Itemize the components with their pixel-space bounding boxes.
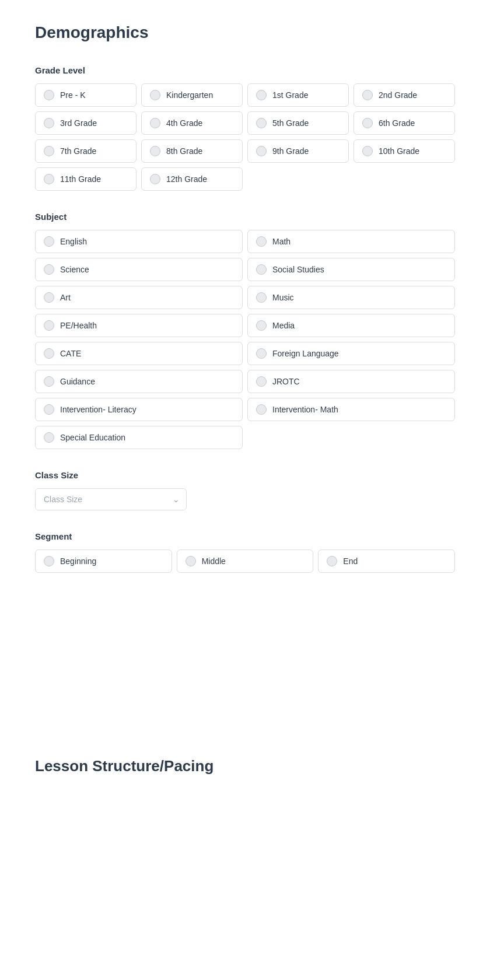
radio-circle [256,118,267,128]
class-size-label: Class Size [35,470,455,480]
radio-circle [256,348,267,359]
subject-option-label: Special Education [60,433,125,442]
subject-option[interactable]: Music [247,286,455,309]
radio-circle [256,376,267,387]
subject-option-label: CATE [60,349,81,358]
subject-option[interactable]: Media [247,314,455,337]
grade-level-option-label: 7th Grade [60,146,96,156]
subject-option-label: Media [272,321,295,330]
radio-circle [44,118,54,128]
grade-level-option[interactable]: 11th Grade [35,167,136,191]
radio-circle [44,236,54,247]
grade-level-option-label: 4th Grade [166,118,202,128]
grade-level-option-label: Kindergarten [166,90,213,100]
radio-circle [44,432,54,443]
subject-option-label: Guidance [60,377,95,386]
segment-section: Segment BeginningMiddleEnd [35,531,455,573]
grade-level-option-label: 11th Grade [60,174,101,184]
subject-option[interactable]: English [35,230,243,253]
radio-circle [256,90,267,100]
grade-level-option[interactable]: 2nd Grade [354,83,455,107]
radio-circle [44,376,54,387]
radio-circle [362,146,373,156]
subject-option[interactable]: Intervention- Literacy [35,398,243,421]
subject-option[interactable]: Guidance [35,370,243,393]
segment-option[interactable]: Beginning [35,550,172,573]
segment-label: Segment [35,531,455,541]
radio-circle [327,556,337,566]
grade-level-option[interactable]: 4th Grade [141,111,243,135]
subject-option[interactable]: Art [35,286,243,309]
radio-circle [44,556,54,566]
grade-level-option[interactable]: 3rd Grade [35,111,136,135]
radio-circle [44,90,54,100]
subject-option-label: Intervention- Literacy [60,405,136,414]
grade-level-option[interactable]: 9th Grade [247,139,349,163]
subject-option[interactable]: Social Studies [247,258,455,281]
grade-level-option[interactable]: 7th Grade [35,139,136,163]
radio-circle [150,174,160,184]
subject-option-label: English [60,237,87,246]
subject-option-label: Art [60,293,71,302]
subject-label: Subject [35,212,455,222]
radio-circle [256,404,267,415]
radio-circle [44,174,54,184]
class-size-select[interactable]: Class Size [35,488,187,510]
radio-circle [44,348,54,359]
grade-level-option-label: 1st Grade [272,90,308,100]
radio-circle [256,264,267,275]
radio-circle [150,90,160,100]
grade-level-option[interactable]: 5th Grade [247,111,349,135]
grade-level-option-label: 6th Grade [379,118,415,128]
subject-option[interactable]: PE/Health [35,314,243,337]
grade-level-option-label: 8th Grade [166,146,202,156]
radio-circle [362,118,373,128]
class-size-section: Class Size Class Size ⌄ [35,470,455,510]
subject-option[interactable]: Special Education [35,426,243,449]
grade-level-option[interactable]: 1st Grade [247,83,349,107]
grade-level-option-label: 12th Grade [166,174,207,184]
subject-option[interactable]: Intervention- Math [247,398,455,421]
segment-option[interactable]: End [318,550,455,573]
grade-level-option-label: Pre - K [60,90,86,100]
subject-option[interactable]: Foreign Language [247,342,455,365]
radio-circle [44,404,54,415]
radio-circle [256,292,267,303]
subject-option[interactable]: JROTC [247,370,455,393]
radio-circle [44,320,54,331]
radio-circle [150,146,160,156]
radio-circle [150,118,160,128]
segment-option-label: Beginning [60,556,96,566]
grade-level-grid: Pre - KKindergarten1st Grade2nd Grade3rd… [35,83,455,191]
subject-option[interactable]: CATE [35,342,243,365]
subject-section: Subject EnglishMathScienceSocial Studies… [35,212,455,449]
grade-level-option-label: 5th Grade [272,118,309,128]
radio-circle [256,320,267,331]
subject-option-label: Social Studies [272,265,324,274]
lesson-structure-title: Lesson Structure/Pacing [35,757,455,775]
segment-option-label: End [343,556,358,566]
grade-level-option[interactable]: 6th Grade [354,111,455,135]
radio-circle [44,264,54,275]
class-size-select-wrapper: Class Size ⌄ [35,488,187,510]
grade-level-option-label: 9th Grade [272,146,309,156]
subject-option-label: Foreign Language [272,349,339,358]
subject-option-label: Music [272,293,294,302]
grade-level-option-label: 3rd Grade [60,118,97,128]
grade-level-option[interactable]: 12th Grade [141,167,243,191]
grade-level-option[interactable]: 10th Grade [354,139,455,163]
subject-option[interactable]: Math [247,230,455,253]
radio-circle [44,292,54,303]
segment-grid: BeginningMiddleEnd [35,550,455,573]
grade-level-option[interactable]: Kindergarten [141,83,243,107]
subject-grid: EnglishMathScienceSocial StudiesArtMusic… [35,230,455,449]
radio-circle [362,90,373,100]
subject-option-label: Science [60,265,89,274]
subject-option[interactable]: Science [35,258,243,281]
grade-level-section: Grade Level Pre - KKindergarten1st Grade… [35,65,455,191]
radio-circle [44,146,54,156]
segment-option[interactable]: Middle [177,550,314,573]
page-title: Demographics [35,23,455,42]
grade-level-option[interactable]: Pre - K [35,83,136,107]
grade-level-option[interactable]: 8th Grade [141,139,243,163]
